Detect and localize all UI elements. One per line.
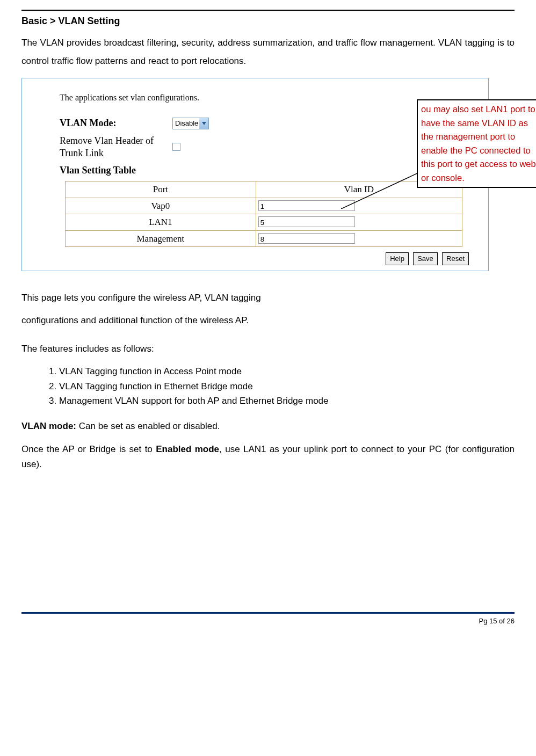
help-button[interactable]: Help [386,252,409,265]
page-footer: Pg 15 of 26 [21,612,515,627]
feature-list: VLAN Tagging function in Access Point mo… [59,365,515,408]
vlan-mode-rest: Can be set as enabled or disabled. [76,421,220,431]
list-item: VLAN Tagging function in Access Point mo… [59,365,515,379]
page-number: Pg 15 of 26 [21,616,515,627]
screenshot-panel: The applications set vlan configurations… [21,78,515,271]
table-row: LAN1 5 [66,214,462,231]
table-row: Vap0 1 [66,198,462,214]
callout-box: ou may also set LAN1 port to have the sa… [417,99,536,188]
enabled-part1: Once the AP or Bridge is set to [21,444,156,454]
vlan-mode-bold: VLAN mode: [21,421,76,431]
chevron-down-icon [199,118,208,129]
table-header-row: Port Vlan ID [66,181,462,198]
svg-marker-0 [202,122,206,125]
vlan-id-input[interactable]: 1 [258,200,355,211]
screenshot-subtitle: The applications set vlan configurations… [60,91,472,104]
vlan-mode-label: VLAN Mode: [60,116,172,130]
vlan-setting-table: Port Vlan ID Vap0 1 LAN1 5 Management 8 [65,181,462,247]
port-cell: Management [66,230,256,247]
save-button[interactable]: Save [413,252,438,265]
body-p1: This page lets you configure the wireles… [21,290,515,306]
vlan-id-input[interactable]: 5 [258,216,355,227]
remove-header-label: Remove Vlan Header of Trunk Link [60,135,172,159]
remove-header-checkbox[interactable] [172,143,180,151]
body-p2: configurations and additional function o… [21,313,515,329]
intro-paragraph: The VLAN provides broadcast filtering, s… [21,34,515,70]
vlan-id-input[interactable]: 8 [258,233,355,244]
vlan-mode-desc: VLAN mode: Can be set as enabled or disa… [21,419,515,434]
col-port: Port [66,181,256,198]
vlan-table-title: Vlan Setting Table [60,163,472,178]
page-title: Basic > VLAN Setting [21,14,515,28]
enabled-bold: Enabled mode [156,444,219,454]
vlan-mode-value: Disable [175,118,198,129]
reset-button[interactable]: Reset [442,252,469,265]
list-item: Management VLAN support for both AP and … [59,394,515,408]
port-cell: Vap0 [66,198,256,214]
list-item: VLAN Tagging function in Ethernet Bridge… [59,380,515,394]
enabled-mode-desc: Once the AP or Bridge is set to Enabled … [21,442,515,473]
body-p3: The features includes as follows: [21,341,515,357]
port-cell: LAN1 [66,214,256,231]
vlan-mode-select[interactable]: Disable [172,118,209,129]
table-row: Management 8 [66,230,462,247]
